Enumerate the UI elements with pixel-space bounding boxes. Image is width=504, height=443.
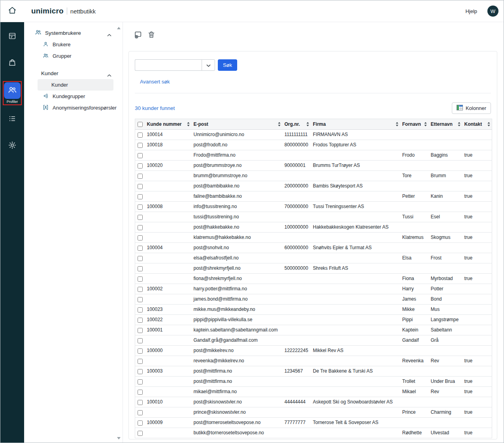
search-button[interactable]: Søk [218, 59, 237, 71]
search-input[interactable] [135, 59, 202, 71]
row-checkbox[interactable] [138, 431, 143, 436]
column-header[interactable]: Kunde nummer [145, 119, 191, 130]
sidebar-item-orders[interactable] [4, 28, 21, 45]
row-checkbox[interactable] [138, 338, 143, 343]
sidebar-item-profiler[interactable] [4, 82, 21, 99]
row-checkbox[interactable] [138, 143, 143, 148]
table-row: 100009post@torneroseteltsovepose.no77777… [135, 418, 492, 428]
table-cell: Hakkebakkeskogen Klatresenter AS [311, 222, 400, 233]
column-header-label: E-post [194, 121, 208, 127]
invoice-icon [8, 32, 17, 42]
table-cell [282, 191, 311, 202]
table-cell: Frodo [400, 150, 428, 161]
row-checkbox[interactable] [138, 287, 143, 292]
help-link[interactable]: Hjelp [465, 8, 477, 14]
advanced-search-link[interactable]: Avansert søk [140, 79, 170, 85]
row-checkbox-cell [135, 222, 145, 233]
chevron-up-icon[interactable] [107, 72, 111, 79]
sidebar-item-settings[interactable] [4, 137, 21, 155]
table-cell: Kanin [428, 191, 462, 202]
row-checkbox[interactable] [138, 184, 143, 189]
column-header[interactable]: E-post [191, 119, 282, 130]
row-checkbox[interactable] [138, 215, 143, 220]
sort-icon[interactable] [306, 122, 309, 127]
row-checkbox[interactable] [138, 297, 143, 302]
nav-item-grupper[interactable]: Grupper [24, 50, 123, 62]
table-cell [428, 366, 462, 377]
row-checkbox[interactable] [138, 369, 143, 374]
row-checkbox[interactable] [138, 276, 143, 282]
sort-icon[interactable] [424, 122, 427, 127]
row-checkbox[interactable] [138, 390, 143, 395]
column-header[interactable]: Etternavn [428, 119, 462, 130]
row-checkbox[interactable] [138, 133, 143, 138]
sort-icon[interactable] [458, 122, 461, 127]
row-checkbox[interactable] [138, 256, 143, 261]
row-checkbox[interactable] [138, 400, 143, 405]
table-row: post@shrekmyrfjell.no500000000Shreks Fri… [135, 263, 492, 274]
nav-item-kunder[interactable]: Kunder [38, 79, 113, 91]
table-row: 100018post@frodoft.no800000000Frodos Top… [135, 140, 492, 150]
row-checkbox[interactable] [138, 420, 143, 426]
table-cell: Brumms TurTrøyer AS [311, 161, 400, 171]
table-cell: post@skisnowstvler.no [191, 397, 282, 407]
sort-icon[interactable] [187, 122, 190, 127]
nav-item-kundegrupper[interactable]: Kundegrupper [24, 91, 123, 102]
search-field-dropdown[interactable] [202, 59, 215, 71]
row-checkbox[interactable] [138, 246, 143, 251]
row-checkbox[interactable] [138, 379, 143, 384]
table-cell [400, 346, 428, 356]
table-cell [145, 407, 191, 418]
sidebar-item-products[interactable] [4, 55, 21, 72]
select-all-checkbox[interactable] [138, 122, 143, 127]
row-checkbox-cell [135, 305, 145, 315]
table-row: james.bond@mittfirma.noJamesBond [135, 294, 492, 305]
row-checkbox[interactable] [138, 328, 143, 333]
row-checkbox-cell [135, 397, 145, 407]
user-avatar[interactable]: W [487, 6, 498, 17]
row-checkbox[interactable] [138, 359, 143, 364]
columns-button[interactable]: Kolonner [452, 102, 491, 114]
row-checkbox[interactable] [138, 348, 143, 354]
table-cell [145, 171, 191, 181]
row-checkbox[interactable] [138, 163, 143, 168]
column-header[interactable]: Firma [311, 119, 400, 130]
nav-item-anonymisering[interactable]: Anonymiseringsforespørsler [24, 102, 123, 114]
customers-table: Kunde nummer E-post Org.nr. Firma Fornav… [135, 119, 492, 438]
table-cell [462, 140, 492, 150]
nav-item-brukere[interactable]: Brukere [24, 39, 123, 50]
column-header[interactable]: Kontakt [462, 119, 492, 130]
home-button[interactable] [0, 0, 24, 22]
table-cell: Askepott Ski og Snowboardstøvler AS [311, 397, 400, 407]
row-checkbox-cell [135, 171, 145, 181]
sidebar-item-lists[interactable] [4, 111, 21, 128]
scroll-down-icon[interactable] [117, 434, 121, 441]
row-checkbox[interactable] [138, 410, 143, 415]
row-checkbox[interactable] [138, 266, 143, 271]
row-checkbox[interactable] [138, 174, 143, 179]
sort-icon[interactable] [396, 122, 398, 127]
nav-section-kunder[interactable]: Kunder [24, 67, 123, 79]
row-checkbox[interactable] [138, 194, 143, 199]
main-content: Søk Avansert søk 30 kunder funnet Kolonn… [123, 22, 504, 443]
delete-customer-button[interactable] [147, 30, 156, 40]
row-checkbox-cell [135, 191, 145, 202]
topbar: unimicro nettbutikk Hjelp W [0, 0, 504, 22]
column-header[interactable]: Org.nr. [282, 119, 311, 130]
row-checkbox[interactable] [138, 235, 143, 240]
add-customer-button[interactable] [133, 30, 143, 40]
row-checkbox-cell [135, 407, 145, 418]
row-checkbox-cell [135, 428, 145, 438]
table-cell [428, 346, 462, 356]
row-checkbox[interactable] [138, 318, 143, 323]
row-checkbox[interactable] [138, 153, 143, 158]
row-checkbox[interactable] [138, 307, 143, 312]
row-checkbox[interactable] [138, 225, 143, 230]
column-header[interactable]: Fornavn [400, 119, 428, 130]
row-checkbox[interactable] [138, 204, 143, 210]
column-header-label: Kunde nummer [147, 121, 182, 127]
sort-icon[interactable] [278, 122, 281, 127]
sort-icon[interactable] [487, 122, 490, 127]
nav-section-systembrukere[interactable]: Systembrukere [24, 27, 123, 39]
chevron-up-icon[interactable] [107, 31, 111, 38]
